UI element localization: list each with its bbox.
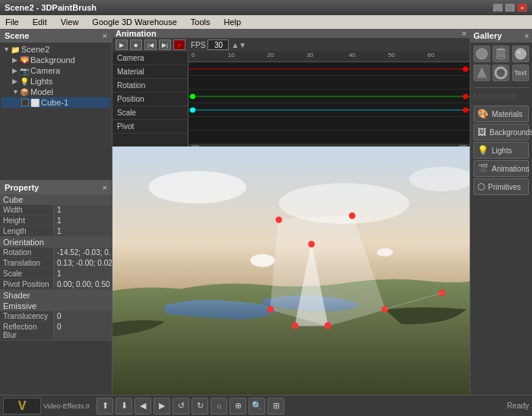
status-text: Ready — [507, 402, 529, 410]
animation-content: Camera Material Rotation Position Scale … — [112, 52, 470, 153]
prop-value-pivot[interactable]: 0.00; 0.00; 0.50 — [53, 279, 112, 289]
gallery-btn-lights[interactable]: 💡 Lights — [473, 142, 529, 159]
animation-timeline[interactable]: 0 10 20 30 40 50 60 — [188, 52, 470, 153]
minimize-button[interactable]: _ — [492, 3, 503, 12]
svg-point-18 — [477, 49, 487, 59]
property-close-btn[interactable]: × — [103, 183, 107, 192]
close-button[interactable]: × — [517, 3, 527, 12]
menu-tools[interactable]: Tools — [188, 17, 213, 27]
gallery-sphere[interactable] — [473, 46, 490, 62]
prop-row-length: Length 1 — [0, 226, 112, 237]
ruler-30: 30 — [306, 52, 313, 58]
left-side: Scene × ▼ 📁 Scene2 ▶ 🌄 Background — [0, 29, 112, 395]
tree-item-camera[interactable]: ▶ 📷 Camera — [2, 65, 110, 76]
svg-point-26 — [496, 68, 506, 78]
track-rotation — [188, 90, 470, 103]
gallery-cylinder[interactable] — [492, 46, 509, 62]
maximize-button[interactable]: □ — [505, 3, 515, 12]
model-icon: 📦 — [20, 88, 30, 96]
tool-btn-9[interactable]: 🔍 — [249, 398, 265, 414]
rewind-button[interactable]: |◀ — [144, 39, 157, 50]
tree-item-cube1[interactable]: ⬜ Cube-1 — [2, 97, 110, 108]
menu-google3d[interactable]: Google 3D Warehouse — [90, 17, 179, 27]
prop-value-reflection[interactable]: 0 — [53, 322, 112, 340]
camera-icon: 📷 — [20, 67, 30, 75]
prop-value-translation[interactable]: 0.13; -0.00; 0.02 — [53, 258, 112, 268]
fps-input[interactable] — [207, 39, 229, 50]
tool-btn-4[interactable]: ▶ — [154, 398, 170, 414]
prop-shader-label: Shader — [3, 291, 30, 300]
menu-edit[interactable]: Edit — [30, 17, 49, 27]
arrow-icon: ▼ — [3, 46, 11, 53]
prop-emissive-section: Emissive — [0, 301, 112, 311]
stop-button[interactable]: ■ — [130, 39, 142, 50]
prop-value-scale[interactable]: 1 — [53, 269, 112, 279]
ruler-10: 10 — [228, 52, 235, 58]
prop-label-translucency: Translucency — [0, 311, 53, 321]
menu-view[interactable]: View — [59, 17, 81, 27]
tree-item-background[interactable]: ▶ 🌄 Background — [2, 55, 110, 65]
arrow-icon: ▶ — [12, 67, 20, 74]
gallery-ring[interactable] — [492, 65, 509, 81]
gallery-btn-animations[interactable]: 🎬 Animations — [473, 160, 529, 177]
tool-btn-10[interactable]: ⊞ — [268, 398, 284, 414]
prop-value-translucency[interactable]: 0 — [53, 311, 112, 321]
gallery-text-item[interactable]: Text — [512, 65, 529, 81]
gallery-label-primitives: Primitives — [488, 183, 521, 191]
gallery-close-btn[interactable]: × — [524, 32, 529, 40]
scene-panel: Scene × ▼ 📁 Scene2 ▶ 🌄 Background — [0, 29, 112, 181]
gallery-cone[interactable] — [473, 65, 490, 81]
timeline-tracks — [188, 62, 470, 144]
prop-orientation-label: Orientation — [3, 238, 44, 247]
animation-close-btn[interactable]: × — [462, 29, 467, 38]
arrow-icon: ▶ — [12, 77, 20, 85]
svg-point-15 — [325, 323, 331, 329]
tool-btn-2[interactable]: ⬇ — [116, 398, 132, 414]
tool-btn-8[interactable]: ⊕ — [230, 398, 246, 414]
viewport-background — [112, 147, 470, 395]
prop-value-length[interactable]: 1 — [53, 226, 112, 236]
prop-label-translation: Translation — [0, 258, 53, 268]
tree-item-model[interactable]: ▼ 📦 Model — [2, 87, 110, 97]
tool-btn-3[interactable]: ◀ — [135, 398, 151, 414]
gallery-btn-primitives[interactable]: ⬡ Primitives — [473, 178, 529, 195]
tool-btn-7[interactable]: ○ — [211, 398, 227, 414]
prop-row-reflection: Reflection Blur 0 — [0, 322, 112, 341]
anim-label-rotation: Rotation — [112, 79, 188, 93]
prop-orientation-section: Orientation — [0, 237, 112, 247]
svg-point-21 — [496, 56, 505, 59]
prop-cube-label: Cube — [3, 195, 23, 204]
gallery-btn-backgrounds[interactable]: 🖼 Backgrounds — [473, 124, 529, 140]
record-button[interactable]: ● — [173, 39, 185, 50]
tree-item-scene2[interactable]: ▼ 📁 Scene2 — [2, 44, 110, 55]
tool-btn-1[interactable]: ⬆ — [97, 398, 113, 414]
prop-emissive-label: Emissive — [3, 301, 36, 310]
tool-btn-6[interactable]: ↻ — [192, 398, 208, 414]
gallery-btn-materials[interactable]: 🎨 Materials — [473, 106, 529, 122]
viewport[interactable] — [112, 147, 470, 395]
tool-btn-5[interactable]: ↺ — [173, 398, 189, 414]
prop-value-rotation[interactable]: -14.52; -0.03; 0. — [53, 247, 112, 257]
property-panel: Property × Cube Width 1 Height 1 Length — [0, 181, 112, 395]
gallery-label-animations: Animations — [492, 165, 529, 173]
ruler-0: 0 — [192, 52, 195, 58]
scene-close-btn[interactable]: × — [103, 31, 107, 40]
prop-value-height[interactable]: 1 — [53, 216, 112, 225]
app-title: Scene2 - 3DPaintBrush — [5, 3, 97, 12]
svg-point-13 — [309, 241, 315, 247]
gallery-label-materials: Materials — [492, 110, 523, 118]
svg-point-22 — [515, 49, 526, 59]
prop-value-width[interactable]: 1 — [53, 205, 112, 215]
tree-checkbox[interactable] — [21, 99, 29, 106]
track-pivot — [188, 131, 470, 144]
prop-row-pivot: Pivot Position 0.00; 0.00; 0.50 — [0, 279, 112, 290]
gallery-ball[interactable] — [512, 46, 529, 62]
tree-item-lights[interactable]: ▶ 💡 Lights — [2, 76, 110, 87]
menu-help[interactable]: Help — [222, 17, 244, 27]
forward-button[interactable]: ▶| — [159, 39, 171, 50]
menu-file[interactable]: File — [3, 17, 21, 27]
ruler-40: 40 — [349, 52, 356, 58]
play-button[interactable]: ▶ — [116, 39, 128, 50]
prop-label-reflection: Reflection Blur — [0, 322, 53, 340]
scene-tree[interactable]: ▼ 📁 Scene2 ▶ 🌄 Background ▶ 📷 Camera — [0, 43, 112, 180]
